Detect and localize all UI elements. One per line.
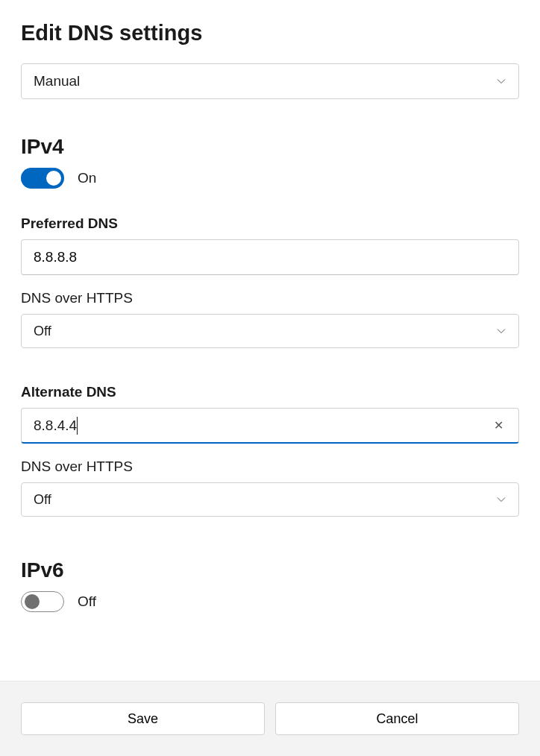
toggle-knob [25, 594, 40, 609]
doh-alternate-label: DNS over HTTPS [21, 459, 519, 475]
ipv4-section-title: IPv4 [21, 135, 519, 159]
doh-alternate-value: Off [34, 492, 51, 508]
page-title: Edit DNS settings [21, 21, 519, 45]
ipv4-toggle-label: On [78, 170, 96, 186]
preferred-dns-input[interactable] [21, 239, 519, 275]
cancel-button[interactable]: Cancel [275, 702, 519, 735]
clear-icon[interactable]: ✕ [491, 418, 506, 432]
doh-preferred-value: Off [34, 324, 51, 339]
dns-mode-dropdown[interactable]: Manual [21, 63, 519, 99]
text-caret [77, 417, 78, 435]
alternate-dns-input[interactable]: 8.8.4.4 ✕ [21, 408, 519, 444]
dns-mode-value: Manual [34, 73, 80, 89]
dialog-footer: Save Cancel [0, 681, 540, 756]
save-button[interactable]: Save [21, 702, 265, 735]
doh-alternate-dropdown[interactable]: Off [21, 482, 519, 517]
chevron-down-icon [496, 494, 506, 505]
alternate-dns-field-text: 8.8.4.4 [34, 418, 77, 434]
doh-preferred-dropdown[interactable]: Off [21, 314, 519, 348]
preferred-dns-label: Preferred DNS [21, 215, 519, 232]
ipv6-toggle-label: Off [78, 593, 96, 610]
toggle-knob [46, 171, 61, 186]
chevron-down-icon [496, 326, 506, 336]
preferred-dns-field[interactable] [34, 249, 506, 265]
ipv4-toggle[interactable] [21, 168, 64, 189]
alternate-dns-label: Alternate DNS [21, 384, 519, 400]
ipv6-toggle[interactable] [21, 591, 64, 612]
doh-preferred-label: DNS over HTTPS [21, 290, 519, 306]
ipv6-section-title: IPv6 [21, 558, 519, 582]
chevron-down-icon [496, 76, 506, 86]
